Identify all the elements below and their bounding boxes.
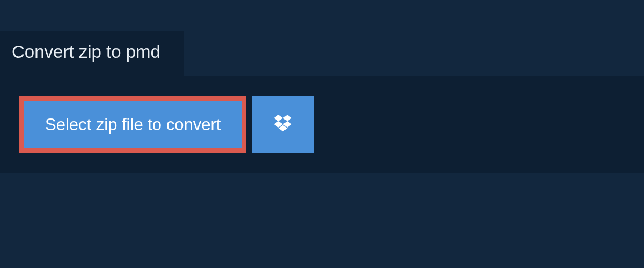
select-file-label: Select zip file to convert xyxy=(45,115,221,134)
tab-title: Convert zip to pmd xyxy=(12,42,160,62)
button-row: Select zip file to convert xyxy=(19,96,625,153)
dropbox-button[interactable] xyxy=(252,96,314,153)
convert-panel: Select zip file to convert xyxy=(0,76,644,173)
dropbox-icon xyxy=(272,113,294,136)
tab-convert[interactable]: Convert zip to pmd xyxy=(0,31,184,76)
select-file-button[interactable]: Select zip file to convert xyxy=(19,96,246,153)
tab-strip: Convert zip to pmd xyxy=(0,0,644,76)
